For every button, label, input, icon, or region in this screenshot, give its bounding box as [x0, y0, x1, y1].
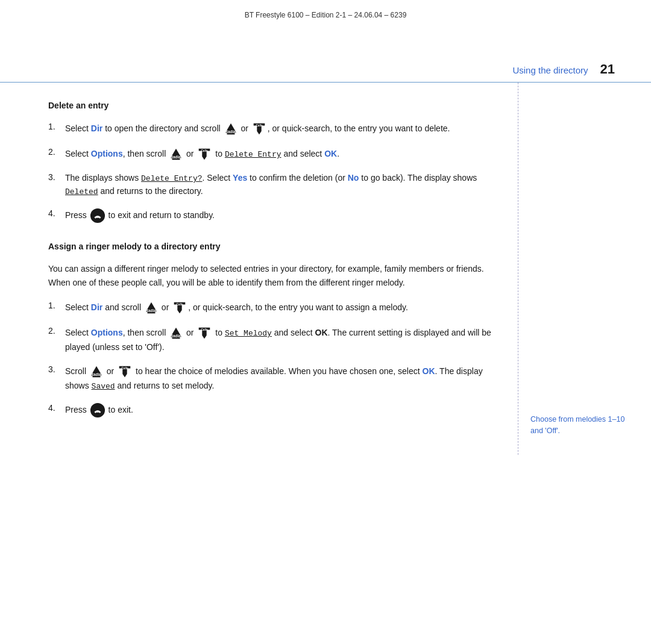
delete-steps: 1. Select Dir to open the directory and …	[48, 121, 494, 224]
delete-step-4: 4. Press to exit and return to standby.	[48, 208, 494, 224]
step-number: 4.	[48, 402, 60, 413]
options-keyword: Options	[91, 149, 123, 158]
content-left: Delete an entry 1. Select Dir to open th…	[0, 83, 518, 455]
phone-end-icon	[90, 208, 105, 224]
main-content: Delete an entry 1. Select Dir to open th…	[0, 83, 651, 455]
nav-up-icon: Radial	[224, 122, 238, 136]
nav-up-icon: Radial	[169, 147, 183, 161]
ringer-step-4: 4. Press to exit.	[48, 402, 494, 418]
content-right: Choose from melodies 1–10 and 'Off'.	[518, 83, 651, 455]
svg-text:Radial: Radial	[145, 308, 157, 313]
header-bar: Using the directory 21	[0, 25, 651, 83]
options-keyword: Options	[91, 328, 123, 337]
delete-step-3: 3. The displays shows Delete Entry?. Sel…	[48, 172, 494, 198]
ringer-step-2: 2. Select Options, then scroll Radial or…	[48, 325, 494, 354]
svg-text:Radial: Radial	[90, 372, 102, 377]
nav-down-icon: Calls	[117, 364, 133, 380]
ringer-step-1: 1. Select Dir and scroll Radial or Calls…	[48, 300, 494, 316]
ok-keyword: OK	[423, 366, 435, 375]
delete-entry-label: Delete Entry	[225, 150, 281, 159]
ringer-section: Assign a ringer melody to a directory en…	[48, 242, 494, 418]
ringer-steps: 1. Select Dir and scroll Radial or Calls…	[48, 300, 494, 418]
ringer-heading: Assign a ringer melody to a directory en…	[48, 242, 494, 251]
ringer-step-3: 3. Scroll Radial or Calls to hear the ch…	[48, 364, 494, 393]
section-title: Using the directory	[512, 65, 588, 75]
delete-step-2: 2. Select Options, then scroll Radial or…	[48, 146, 494, 162]
nav-down-icon: Calls	[172, 300, 187, 316]
step-content: Select Options, then scroll Radial or Ca…	[65, 146, 339, 162]
page-header: BT Freestyle 6100 – Edition 2-1 – 24.06.…	[0, 0, 651, 25]
svg-text:Radial: Radial	[171, 155, 183, 159]
svg-text:Calls: Calls	[201, 328, 208, 331]
step-number: 2.	[48, 146, 60, 157]
nav-down-icon: Calls	[197, 146, 212, 162]
step-content: Press to exit and return to standby.	[65, 208, 215, 224]
phone-end-icon	[90, 402, 105, 418]
sidebar-note: Choose from melodies 1–10 and 'Off'.	[530, 414, 639, 437]
step-content: Scroll Radial or Calls to hear the choic…	[65, 364, 494, 393]
nav-up-icon: Radial	[144, 301, 159, 315]
dir-keyword: Dir	[91, 123, 102, 133]
step-number: 2.	[48, 325, 60, 336]
delete-heading: Delete an entry	[48, 101, 494, 110]
step-number: 1.	[48, 300, 60, 310]
step-content: Press to exit.	[65, 402, 133, 418]
page-number: 21	[600, 61, 615, 77]
document-title: BT Freestyle 6100 – Edition 2-1 – 24.06.…	[245, 11, 407, 19]
step-content: Select Options, then scroll Radial or Ca…	[65, 325, 494, 354]
svg-text:Calls: Calls	[256, 124, 262, 127]
svg-text:Radial: Radial	[225, 130, 237, 134]
step-content: Select Dir to open the directory and scr…	[65, 121, 450, 137]
delete-step-1: 1. Select Dir to open the directory and …	[48, 121, 494, 137]
display-text: Delete Entry?	[141, 174, 202, 183]
step-number: 3.	[48, 172, 60, 182]
dir-keyword: Dir	[91, 302, 102, 312]
step-number: 3.	[48, 364, 60, 374]
step-number: 4.	[48, 208, 60, 218]
nav-up-icon: Radial	[169, 326, 183, 340]
ok-keyword: OK	[315, 328, 328, 337]
svg-text:Calls: Calls	[201, 149, 208, 152]
nav-up-icon: Radial	[89, 364, 104, 379]
yes-keyword: Yes	[233, 173, 247, 183]
svg-text:Calls: Calls	[177, 303, 183, 306]
step-content: Select Dir and scroll Radial or Calls , …	[65, 300, 408, 316]
no-keyword: No	[348, 173, 359, 183]
header-right: Using the directory 21	[512, 61, 615, 77]
delete-section: Delete an entry 1. Select Dir to open th…	[48, 101, 494, 224]
nav-down-icon: Calls	[197, 325, 212, 341]
ringer-intro: You can assign a different ringer melody…	[48, 262, 494, 289]
set-melody-label: Set Melody	[225, 329, 272, 338]
nav-down-icon: Calls	[251, 121, 267, 137]
deleted-label: Deleted	[65, 187, 98, 196]
step-number: 1.	[48, 121, 60, 131]
svg-text:Radial: Radial	[171, 334, 183, 338]
saved-label: Saved	[92, 382, 115, 391]
ok-keyword: OK	[324, 149, 337, 158]
step-content: The displays shows Delete Entry?. Select…	[65, 172, 494, 198]
svg-text:Calls: Calls	[122, 367, 128, 370]
